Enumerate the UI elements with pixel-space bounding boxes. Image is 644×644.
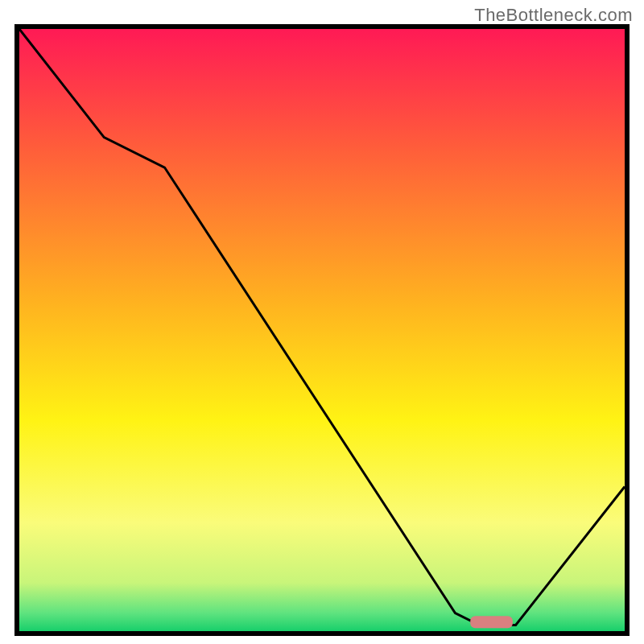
chart-frame (14, 24, 630, 636)
bottleneck-chart (19, 29, 625, 631)
watermark-text: TheBottleneck.com (474, 5, 633, 26)
optimal-marker (470, 616, 513, 628)
gradient-background (19, 29, 625, 631)
